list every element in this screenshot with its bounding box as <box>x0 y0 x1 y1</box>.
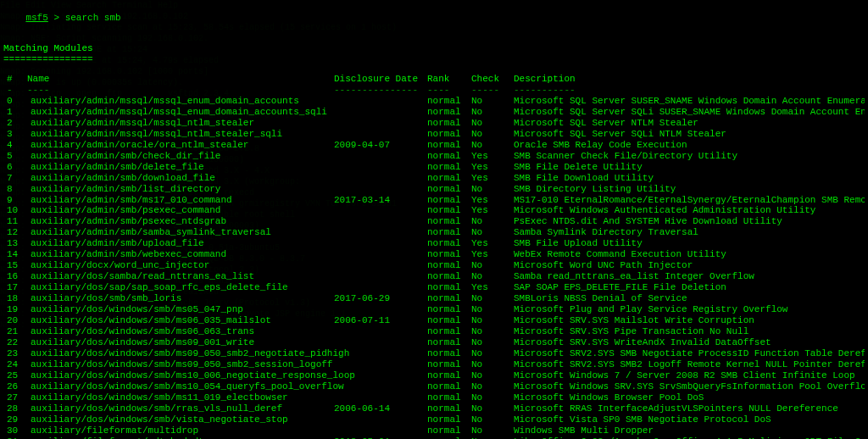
cell-check: No <box>471 260 514 271</box>
table-row[interactable]: 25auxiliary/dos/windows/smb/ms10_006_neg… <box>3 370 865 381</box>
section-underline: ================ <box>3 54 865 65</box>
terminal-output: msf5 > search smb Matching Modules =====… <box>3 2 865 439</box>
cell-date <box>334 173 427 184</box>
header-desc: Description <box>514 74 865 85</box>
cell-desc: SMB File Upload Utility <box>514 238 865 249</box>
table-row[interactable]: 18auxiliary/dos/smb/smb_loris2017-06-29n… <box>3 293 865 304</box>
cell-desc: Microsoft SRV.SYS Mailslot Write Corrupt… <box>514 315 865 326</box>
cell-rank: normal <box>427 260 471 271</box>
table-row[interactable]: 28auxiliary/dos/windows/smb/rras_vls_nul… <box>3 403 865 414</box>
cell-name: auxiliary/dos/windows/smb/ms06_063_trans <box>27 326 334 337</box>
table-row[interactable]: 14auxiliary/admin/smb/webexec_commandnor… <box>3 249 865 260</box>
cell-date <box>334 370 427 381</box>
cell-name: auxiliary/dos/smb/smb_loris <box>27 293 334 304</box>
cell-name: auxiliary/dos/windows/smb/ms09_001_write <box>27 337 334 348</box>
cell-date <box>334 260 427 271</box>
cell-date: 2017-03-14 <box>334 195 427 206</box>
table-row[interactable]: 13auxiliary/admin/smb/upload_filenormalY… <box>3 238 865 249</box>
cell-idx: 22 <box>3 337 27 348</box>
cell-idx: 11 <box>3 216 27 227</box>
table-row[interactable]: 19auxiliary/dos/windows/smb/ms05_047_pnp… <box>3 304 865 315</box>
cell-rank: normal <box>427 96 471 107</box>
cell-date <box>334 304 427 315</box>
cell-name: auxiliary/dos/windows/smb/ms11_019_elect… <box>27 392 334 403</box>
table-row[interactable]: 1auxiliary/admin/mssql/mssql_enum_domain… <box>3 107 865 118</box>
table-header: # Name Disclosure Date Rank Check Descri… <box>3 74 865 85</box>
cell-check: Yes <box>471 205 514 216</box>
table-row[interactable]: 17auxiliary/dos/sap/sap_soap_rfc_eps_del… <box>3 282 865 293</box>
cell-date <box>334 249 427 260</box>
table-row[interactable]: 29auxiliary/dos/windows/smb/vista_negoti… <box>3 414 865 425</box>
cell-idx: 9 <box>3 195 27 206</box>
cell-check: No <box>471 227 514 238</box>
cell-check: No <box>471 96 514 107</box>
cell-desc: Microsoft Word UNC Path Injector <box>514 260 865 271</box>
table-row[interactable]: 15auxiliary/docx/word_unc_injectornormal… <box>3 260 865 271</box>
cell-rank: normal <box>427 403 471 414</box>
cell-idx: 6 <box>3 162 27 173</box>
cell-idx: 13 <box>3 238 27 249</box>
cell-idx: 14 <box>3 249 27 260</box>
cell-name: auxiliary/admin/mssql/mssql_enum_domain_… <box>27 107 334 118</box>
cell-check: No <box>471 129 514 140</box>
prompt-sep: > <box>48 13 65 23</box>
cell-name: auxiliary/admin/smb/delete_file <box>27 162 334 173</box>
table-row[interactable]: 4auxiliary/admin/oracle/ora_ntlm_stealer… <box>3 140 865 151</box>
table-row[interactable]: 11auxiliary/admin/smb/psexec_ntdsgrabnor… <box>3 216 865 227</box>
cell-rank: normal <box>427 227 471 238</box>
cell-date <box>334 118 427 129</box>
cell-check: No <box>471 293 514 304</box>
table-row[interactable]: 21auxiliary/dos/windows/smb/ms06_063_tra… <box>3 326 865 337</box>
table-row[interactable]: 26auxiliary/dos/windows/smb/ms10_054_que… <box>3 381 865 392</box>
cell-date <box>334 271 427 282</box>
cell-check: No <box>471 326 514 337</box>
table-row[interactable]: 30auxiliary/fileformat/multidropnormalNo… <box>3 425 865 436</box>
cell-date <box>334 381 427 392</box>
cell-idx: 29 <box>3 414 27 425</box>
table-row[interactable]: 6auxiliary/admin/smb/delete_filenormalYe… <box>3 162 865 173</box>
cell-check: No <box>471 414 514 425</box>
cell-idx: 24 <box>3 359 27 370</box>
cell-idx: 30 <box>3 425 27 436</box>
cell-check: No <box>471 370 514 381</box>
cell-rank: normal <box>427 315 471 326</box>
table-row[interactable]: 20auxiliary/dos/windows/smb/ms06_035_mai… <box>3 315 865 326</box>
table-row[interactable]: 24auxiliary/dos/windows/smb/ms09_050_smb… <box>3 359 865 370</box>
cell-desc: Microsoft SQL Server SUSER_SNAME Windows… <box>514 96 865 107</box>
cell-idx: 0 <box>3 96 27 107</box>
table-row[interactable]: 16auxiliary/dos/samba/read_nttrans_ea_li… <box>3 271 865 282</box>
cell-rank: normal <box>427 173 471 184</box>
cell-name: auxiliary/dos/windows/smb/ms10_006_negot… <box>27 370 334 381</box>
table-row[interactable]: 8auxiliary/admin/smb/list_directorynorma… <box>3 184 865 195</box>
cell-check: Yes <box>471 249 514 260</box>
prompt-line[interactable]: msf5 > search smb <box>3 2 865 35</box>
table-row[interactable]: 5auxiliary/admin/smb/check_dir_filenorma… <box>3 151 865 162</box>
cell-idx: 3 <box>3 129 27 140</box>
cell-check: Yes <box>471 238 514 249</box>
table-row[interactable]: 0auxiliary/admin/mssql/mssql_enum_domain… <box>3 96 865 107</box>
cell-desc: Oracle SMB Relay Code Execution <box>514 140 865 151</box>
cell-idx: 10 <box>3 205 27 216</box>
table-row[interactable]: 2auxiliary/admin/mssql/mssql_ntlm_steale… <box>3 118 865 129</box>
cell-idx: 18 <box>3 293 27 304</box>
table-row[interactable]: 7auxiliary/admin/smb/download_filenormal… <box>3 173 865 184</box>
cell-idx: 23 <box>3 348 27 359</box>
cell-name: auxiliary/dos/windows/smb/rras_vls_null_… <box>27 403 334 414</box>
table-row[interactable]: 12auxiliary/admin/smb/samba_symlink_trav… <box>3 227 865 238</box>
cell-rank: normal <box>427 140 471 151</box>
cell-check: Yes <box>471 173 514 184</box>
cell-date <box>334 359 427 370</box>
cell-desc: Microsoft SQL Server SQLi SUSER_SNAME Wi… <box>514 107 865 118</box>
table-row[interactable]: 9auxiliary/admin/smb/ms17_010_command201… <box>3 195 865 206</box>
cell-idx: 7 <box>3 173 27 184</box>
cell-desc: Windows SMB Multi Dropper <box>514 425 865 436</box>
table-row[interactable]: 22auxiliary/dos/windows/smb/ms09_001_wri… <box>3 337 865 348</box>
cell-desc: SMB File Delete Utility <box>514 162 865 173</box>
table-row[interactable]: 10auxiliary/admin/smb/psexec_commandnorm… <box>3 205 865 216</box>
table-row[interactable]: 27auxiliary/dos/windows/smb/ms11_019_ele… <box>3 392 865 403</box>
table-row[interactable]: 3auxiliary/admin/mssql/mssql_ntlm_steale… <box>3 129 865 140</box>
table-row[interactable]: 23auxiliary/dos/windows/smb/ms09_050_smb… <box>3 348 865 359</box>
cell-date: 2009-04-07 <box>334 140 427 151</box>
header-date: Disclosure Date <box>334 74 427 85</box>
cell-name: auxiliary/admin/smb/ms17_010_command <box>27 195 334 206</box>
